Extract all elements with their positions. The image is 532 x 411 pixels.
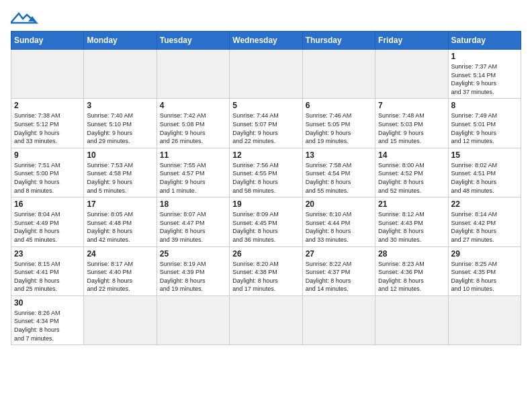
calendar-table: SundayMondayTuesdayWednesdayThursdayFrid…	[11, 31, 521, 345]
day-number: 1	[451, 52, 518, 61]
day-number: 27	[306, 249, 372, 259]
calendar-day: 5Sunrise: 7:44 AM Sunset: 5:07 PM Daylig…	[230, 99, 302, 148]
day-number: 20	[306, 199, 372, 209]
day-info: Sunrise: 7:55 AM Sunset: 4:57 PM Dayligh…	[160, 161, 226, 195]
calendar-day	[230, 295, 302, 345]
day-number: 5	[232, 101, 299, 110]
day-number: 26	[232, 249, 299, 259]
calendar-day: 7Sunrise: 7:48 AM Sunset: 5:03 PM Daylig…	[375, 99, 448, 148]
calendar-day: 1Sunrise: 7:37 AM Sunset: 5:14 PM Daylig…	[448, 50, 521, 99]
day-info: Sunrise: 8:12 AM Sunset: 4:43 PM Dayligh…	[378, 210, 445, 244]
day-info: Sunrise: 7:42 AM Sunset: 5:08 PM Dayligh…	[160, 111, 226, 145]
calendar-day: 6Sunrise: 7:46 AM Sunset: 5:05 PM Daylig…	[302, 99, 375, 148]
calendar-day: 11Sunrise: 7:55 AM Sunset: 4:57 PM Dayli…	[157, 148, 229, 197]
day-number: 2	[14, 101, 81, 110]
day-number: 16	[14, 199, 81, 209]
logo	[11, 11, 44, 26]
calendar-week-row: 2Sunrise: 7:38 AM Sunset: 5:12 PM Daylig…	[11, 99, 521, 148]
day-info: Sunrise: 8:22 AM Sunset: 4:37 PM Dayligh…	[306, 260, 372, 293]
day-info: Sunrise: 8:00 AM Sunset: 4:52 PM Dayligh…	[378, 161, 445, 195]
calendar-day	[375, 50, 448, 99]
day-info: Sunrise: 7:37 AM Sunset: 5:14 PM Dayligh…	[451, 62, 518, 96]
day-info: Sunrise: 8:14 AM Sunset: 4:42 PM Dayligh…	[451, 210, 518, 244]
calendar-header-row: SundayMondayTuesdayWednesdayThursdayFrid…	[11, 32, 521, 50]
calendar-day: 24Sunrise: 8:17 AM Sunset: 4:40 PM Dayli…	[84, 246, 157, 295]
calendar-day	[11, 50, 84, 99]
col-header-tuesday: Tuesday	[157, 32, 229, 50]
calendar-day: 23Sunrise: 8:15 AM Sunset: 4:41 PM Dayli…	[11, 246, 84, 295]
day-number: 13	[306, 150, 372, 160]
day-number: 3	[87, 101, 153, 110]
col-header-friday: Friday	[375, 32, 448, 50]
calendar-day: 4Sunrise: 7:42 AM Sunset: 5:08 PM Daylig…	[157, 99, 229, 148]
day-number: 29	[451, 249, 518, 259]
col-header-wednesday: Wednesday	[230, 32, 302, 50]
calendar-day: 19Sunrise: 8:09 AM Sunset: 4:45 PM Dayli…	[230, 197, 302, 246]
calendar-day: 21Sunrise: 8:12 AM Sunset: 4:43 PM Dayli…	[375, 197, 448, 246]
day-number: 19	[232, 199, 299, 209]
calendar-day	[302, 50, 375, 99]
calendar-day: 9Sunrise: 7:51 AM Sunset: 5:00 PM Daylig…	[11, 148, 84, 197]
day-info: Sunrise: 8:25 AM Sunset: 4:35 PM Dayligh…	[451, 260, 518, 293]
day-number: 8	[451, 101, 518, 110]
day-info: Sunrise: 8:19 AM Sunset: 4:39 PM Dayligh…	[160, 260, 226, 293]
day-number: 17	[87, 199, 153, 209]
day-info: Sunrise: 7:58 AM Sunset: 4:54 PM Dayligh…	[306, 161, 372, 195]
calendar-day: 2Sunrise: 7:38 AM Sunset: 5:12 PM Daylig…	[11, 99, 84, 148]
day-number: 18	[160, 199, 226, 209]
calendar-day: 29Sunrise: 8:25 AM Sunset: 4:35 PM Dayli…	[448, 246, 521, 295]
day-number: 11	[160, 150, 226, 160]
day-info: Sunrise: 7:56 AM Sunset: 4:55 PM Dayligh…	[232, 161, 299, 195]
day-info: Sunrise: 7:53 AM Sunset: 4:58 PM Dayligh…	[87, 161, 153, 195]
day-number: 22	[451, 199, 518, 209]
calendar-day	[302, 295, 375, 345]
day-info: Sunrise: 8:20 AM Sunset: 4:38 PM Dayligh…	[232, 260, 299, 293]
calendar-day: 13Sunrise: 7:58 AM Sunset: 4:54 PM Dayli…	[302, 148, 375, 197]
day-number: 21	[378, 199, 445, 209]
day-info: Sunrise: 7:49 AM Sunset: 5:01 PM Dayligh…	[451, 111, 518, 145]
calendar-day: 22Sunrise: 8:14 AM Sunset: 4:42 PM Dayli…	[448, 197, 521, 246]
calendar-day: 18Sunrise: 8:07 AM Sunset: 4:47 PM Dayli…	[157, 197, 229, 246]
day-info: Sunrise: 8:10 AM Sunset: 4:44 PM Dayligh…	[306, 210, 372, 244]
day-number: 10	[87, 150, 153, 160]
calendar-day	[448, 295, 521, 345]
calendar-day: 20Sunrise: 8:10 AM Sunset: 4:44 PM Dayli…	[302, 197, 375, 246]
day-info: Sunrise: 7:38 AM Sunset: 5:12 PM Dayligh…	[14, 111, 81, 145]
calendar-week-row: 30Sunrise: 8:26 AM Sunset: 4:34 PM Dayli…	[11, 295, 521, 345]
calendar-day: 16Sunrise: 8:04 AM Sunset: 4:49 PM Dayli…	[11, 197, 84, 246]
day-number: 12	[232, 150, 299, 160]
calendar-day	[84, 50, 157, 99]
day-info: Sunrise: 7:48 AM Sunset: 5:03 PM Dayligh…	[378, 111, 445, 145]
day-info: Sunrise: 8:05 AM Sunset: 4:48 PM Dayligh…	[87, 210, 153, 244]
calendar-week-row: 1Sunrise: 7:37 AM Sunset: 5:14 PM Daylig…	[11, 50, 521, 99]
calendar-week-row: 16Sunrise: 8:04 AM Sunset: 4:49 PM Dayli…	[11, 197, 521, 246]
col-header-monday: Monday	[84, 32, 157, 50]
calendar-day: 15Sunrise: 8:02 AM Sunset: 4:51 PM Dayli…	[448, 148, 521, 197]
day-number: 6	[306, 101, 372, 110]
day-number: 24	[87, 249, 153, 259]
calendar-week-row: 23Sunrise: 8:15 AM Sunset: 4:41 PM Dayli…	[11, 246, 521, 295]
calendar-day: 12Sunrise: 7:56 AM Sunset: 4:55 PM Dayli…	[230, 148, 302, 197]
calendar-day	[230, 50, 302, 99]
day-number: 30	[14, 298, 81, 308]
day-number: 14	[378, 150, 445, 160]
day-info: Sunrise: 8:07 AM Sunset: 4:47 PM Dayligh…	[160, 210, 226, 244]
calendar-day: 3Sunrise: 7:40 AM Sunset: 5:10 PM Daylig…	[84, 99, 157, 148]
calendar-day: 26Sunrise: 8:20 AM Sunset: 4:38 PM Dayli…	[230, 246, 302, 295]
calendar-day: 28Sunrise: 8:23 AM Sunset: 4:36 PM Dayli…	[375, 246, 448, 295]
day-info: Sunrise: 7:51 AM Sunset: 5:00 PM Dayligh…	[14, 161, 81, 195]
calendar-day: 10Sunrise: 7:53 AM Sunset: 4:58 PM Dayli…	[84, 148, 157, 197]
calendar-week-row: 9Sunrise: 7:51 AM Sunset: 5:00 PM Daylig…	[11, 148, 521, 197]
logo-icon	[11, 12, 44, 26]
calendar-day: 27Sunrise: 8:22 AM Sunset: 4:37 PM Dayli…	[302, 246, 375, 295]
calendar-day	[84, 295, 157, 345]
day-info: Sunrise: 7:46 AM Sunset: 5:05 PM Dayligh…	[306, 111, 372, 145]
col-header-sunday: Sunday	[11, 32, 84, 50]
day-number: 4	[160, 101, 226, 110]
page-header	[11, 11, 521, 26]
day-info: Sunrise: 8:09 AM Sunset: 4:45 PM Dayligh…	[232, 210, 299, 244]
day-number: 25	[160, 249, 226, 259]
day-number: 15	[451, 150, 518, 160]
day-info: Sunrise: 8:02 AM Sunset: 4:51 PM Dayligh…	[451, 161, 518, 195]
day-number: 7	[378, 101, 445, 110]
